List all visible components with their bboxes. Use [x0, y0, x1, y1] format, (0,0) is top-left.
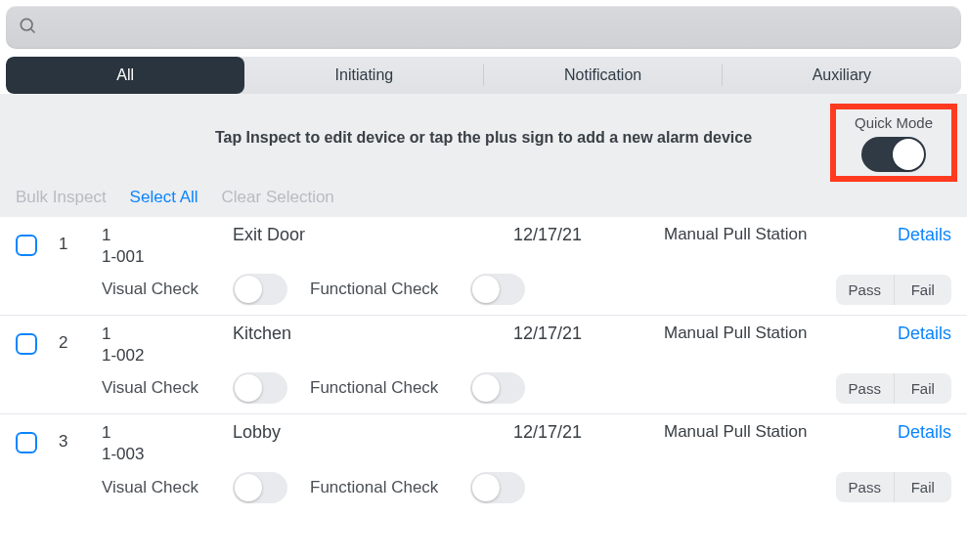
device-id: 1 1-003: [102, 422, 229, 465]
device-location: Kitchen: [233, 323, 509, 344]
svg-point-0: [21, 19, 32, 30]
visual-check-toggle[interactable]: [233, 372, 287, 404]
visual-check-toggle[interactable]: [233, 274, 287, 305]
device-code: 1-001: [102, 246, 229, 268]
tab-notification[interactable]: Notification: [484, 57, 723, 94]
fail-button[interactable]: Fail: [895, 275, 952, 305]
toggle-knob-icon: [893, 139, 924, 170]
tab-all[interactable]: All: [6, 57, 244, 94]
search-input[interactable]: [45, 18, 949, 37]
fail-button[interactable]: Fail: [895, 472, 952, 502]
instruction-row: Tap Inspect to edit device or tap the pl…: [0, 94, 967, 182]
search-bar[interactable]: [6, 6, 961, 49]
bulk-actions: Bulk Inspect Select All Clear Selection: [0, 182, 967, 217]
bulk-inspect-button[interactable]: Bulk Inspect: [16, 188, 107, 207]
device-group: 1: [102, 225, 229, 246]
quick-mode-highlight: Quick Mode: [830, 104, 957, 182]
device-code: 1-002: [102, 345, 229, 366]
device-date: 12/17/21: [513, 225, 660, 245]
device-id: 1 1-001: [102, 225, 229, 268]
toggle-knob-icon: [472, 374, 500, 402]
details-button[interactable]: Details: [873, 422, 951, 443]
device-group: 1: [102, 422, 229, 444]
list-item: 3 1 1-003 Lobby 12/17/21 Manual Pull Sta…: [0, 414, 967, 512]
row-number: 1: [59, 225, 98, 254]
device-type: Manual Pull Station: [664, 323, 869, 343]
device-location: Exit Door: [233, 225, 509, 245]
device-type: Manual Pull Station: [664, 225, 869, 244]
fail-button[interactable]: Fail: [895, 373, 952, 404]
device-code: 1-003: [102, 444, 229, 465]
pass-fail-group: Pass Fail: [836, 373, 951, 404]
visual-check-label: Visual Check: [102, 478, 229, 497]
functional-check-label: Functional Check: [310, 378, 466, 398]
toggle-knob-icon: [235, 374, 262, 402]
functional-check-toggle[interactable]: [470, 472, 525, 503]
tab-auxiliary[interactable]: Auxiliary: [723, 57, 961, 94]
quick-mode-label: Quick Mode: [855, 114, 933, 131]
device-location: Lobby: [233, 422, 509, 443]
details-button[interactable]: Details: [873, 323, 951, 344]
row-number: 3: [59, 422, 98, 452]
tab-initiating[interactable]: Initiating: [244, 57, 483, 94]
visual-check-toggle[interactable]: [233, 472, 287, 503]
visual-check-label: Visual Check: [102, 378, 229, 398]
clear-selection-button[interactable]: Clear Selection: [222, 188, 334, 207]
device-group: 1: [102, 323, 229, 345]
device-type: Manual Pull Station: [664, 422, 869, 442]
row-number: 2: [59, 323, 98, 353]
app-root: { "search": { "placeholder": "" }, "tabs…: [0, 0, 967, 513]
row-checkbox[interactable]: [16, 432, 37, 453]
device-id: 1 1-002: [102, 323, 229, 366]
quick-mode-toggle[interactable]: [861, 137, 926, 172]
filter-tabs: All Initiating Notification Auxiliary: [6, 57, 961, 94]
pass-fail-group: Pass Fail: [836, 275, 951, 305]
svg-line-1: [31, 29, 35, 33]
pass-button[interactable]: Pass: [836, 472, 895, 502]
search-icon: [18, 16, 37, 39]
device-list: 1 1 1-001 Exit Door 12/17/21 Manual Pull…: [0, 217, 967, 513]
toggle-knob-icon: [235, 276, 262, 303]
pass-fail-group: Pass Fail: [836, 472, 951, 502]
toggle-knob-icon: [235, 474, 262, 501]
row-checkbox[interactable]: [16, 333, 37, 355]
list-item: 1 1 1-001 Exit Door 12/17/21 Manual Pull…: [0, 217, 967, 316]
toggle-knob-icon: [472, 474, 500, 501]
functional-check-label: Functional Check: [310, 280, 466, 299]
visual-check-label: Visual Check: [102, 280, 229, 299]
instruction-text: Tap Inspect to edit device or tap the pl…: [215, 129, 752, 147]
list-item: 2 1 1-002 Kitchen 12/17/21 Manual Pull S…: [0, 316, 967, 414]
row-checkbox[interactable]: [16, 235, 37, 256]
details-button[interactable]: Details: [873, 225, 951, 245]
functional-check-toggle[interactable]: [470, 372, 525, 404]
device-date: 12/17/21: [513, 422, 660, 443]
pass-button[interactable]: Pass: [836, 275, 895, 305]
pass-button[interactable]: Pass: [836, 373, 895, 404]
toggle-knob-icon: [472, 276, 500, 303]
functional-check-label: Functional Check: [310, 478, 466, 497]
select-all-button[interactable]: Select All: [130, 188, 198, 207]
device-date: 12/17/21: [513, 323, 660, 344]
functional-check-toggle[interactable]: [470, 274, 525, 305]
